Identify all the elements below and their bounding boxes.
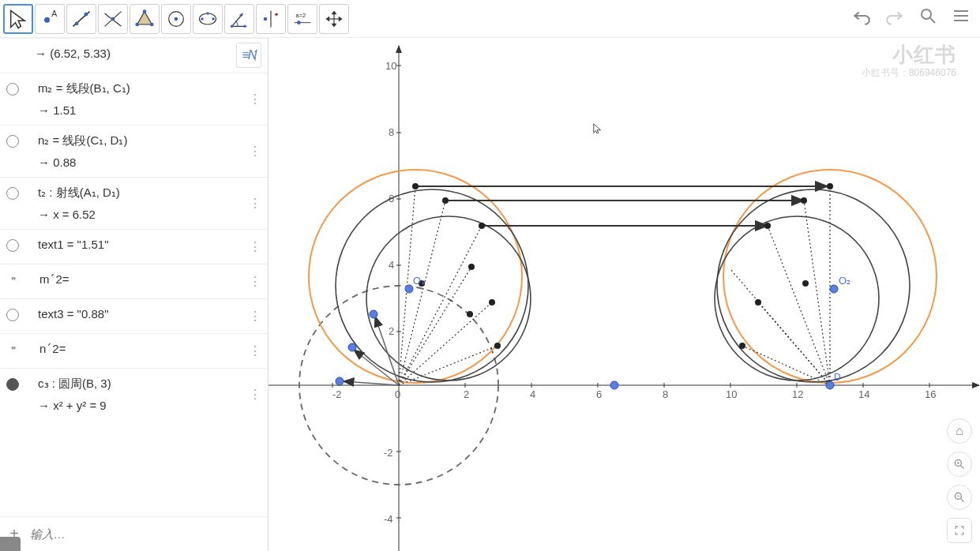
point-tool[interactable]: A bbox=[35, 4, 65, 34]
perpendicular-tool[interactable] bbox=[98, 4, 128, 34]
item-text3[interactable]: text3 = "0.88" ⋮ bbox=[0, 298, 268, 333]
transform-tool[interactable] bbox=[256, 4, 286, 34]
menu-icon[interactable] bbox=[950, 5, 972, 27]
svg-line-78 bbox=[399, 226, 482, 385]
svg-point-13 bbox=[175, 17, 178, 21]
item-menu-icon[interactable]: ⋮ bbox=[249, 98, 261, 101]
undo-icon[interactable] bbox=[850, 5, 873, 27]
svg-point-94 bbox=[827, 183, 833, 189]
svg-text:10: 10 bbox=[726, 388, 737, 400]
item-label: text3 = "0.88" bbox=[38, 304, 108, 324]
svg-point-72 bbox=[715, 216, 879, 380]
svg-point-23 bbox=[275, 13, 278, 16]
fullscreen-button[interactable] bbox=[947, 518, 972, 543]
item-menu-icon[interactable]: ⋮ bbox=[249, 393, 261, 396]
visibility-toggle[interactable] bbox=[6, 309, 19, 321]
slider-tool[interactable]: a=2 bbox=[287, 4, 317, 34]
polygon-tool[interactable] bbox=[130, 4, 160, 34]
circle-tool[interactable] bbox=[161, 4, 191, 34]
svg-text:O₂: O₂ bbox=[839, 275, 850, 287]
item-label: → (6.52, 5.33) bbox=[35, 47, 111, 60]
visibility-toggle[interactable] bbox=[6, 378, 19, 391]
input-row: + bbox=[0, 516, 268, 551]
svg-line-84 bbox=[768, 226, 830, 385]
item-t2[interactable]: t₂ : 射线(A₁, D₁) → x = 6.52 ⋮ bbox=[0, 177, 268, 229]
item-text1[interactable]: text1 = "1.51" ⋮ bbox=[0, 229, 268, 264]
slider-point[interactable] bbox=[610, 381, 618, 389]
visibility-toggle[interactable] bbox=[6, 83, 19, 96]
svg-point-29 bbox=[922, 9, 931, 19]
svg-text:O₁: O₁ bbox=[413, 275, 425, 287]
item-mprime2[interactable]: ❞ mˊ2= ⋮ bbox=[0, 264, 268, 298]
conic-tool[interactable] bbox=[193, 4, 223, 34]
home-button[interactable]: ⌂ bbox=[947, 418, 972, 444]
item-coords[interactable]: → (6.52, 5.33) ⋮ bbox=[0, 38, 268, 73]
toolbar-right bbox=[850, 5, 972, 27]
zoom-in-button[interactable] bbox=[947, 452, 972, 477]
item-c3[interactable]: c₃ : 圆周(B, 3) → x² + y² = 9 ⋮ bbox=[0, 368, 268, 420]
svg-point-11 bbox=[135, 22, 139, 26]
svg-text:0: 0 bbox=[395, 388, 400, 400]
svg-text:8: 8 bbox=[663, 388, 668, 400]
svg-text:-4: -4 bbox=[384, 513, 393, 525]
item-menu-icon[interactable]: ⋮ bbox=[249, 202, 261, 205]
algebra-list[interactable]: → (6.52, 5.33) ⋮ m₂ = 线段(B₁, C₁) → 1.51 … bbox=[0, 38, 268, 516]
item-value: → x = 6.52 bbox=[38, 204, 120, 225]
text-marker-icon[interactable]: ❞ bbox=[6, 343, 21, 358]
svg-point-0 bbox=[44, 17, 50, 22]
view-controls: ⌂ bbox=[947, 418, 972, 543]
item-menu-icon[interactable]: ⋮ bbox=[249, 350, 261, 353]
svg-point-104 bbox=[739, 343, 745, 349]
item-nprime2[interactable]: ❞ nˊ2= ⋮ bbox=[0, 333, 268, 368]
svg-point-20 bbox=[240, 13, 243, 16]
main: ≡N → (6.52, 5.33) ⋮ m₂ = 线段(B₁, C₁) → 1.… bbox=[0, 38, 980, 551]
item-value: → x² + y² = 9 bbox=[38, 395, 111, 416]
item-label: text1 = "1.51" bbox=[38, 234, 108, 255]
toolbar: A a=2 bbox=[0, 0, 980, 38]
svg-text:8: 8 bbox=[389, 126, 394, 138]
move-view-tool[interactable] bbox=[319, 4, 349, 34]
visibility-toggle[interactable] bbox=[6, 187, 19, 200]
item-label: mˊ2= bbox=[39, 269, 69, 290]
angle-tool[interactable] bbox=[224, 4, 254, 34]
move-tool[interactable] bbox=[3, 4, 33, 34]
search-icon[interactable] bbox=[917, 5, 939, 27]
svg-text:12: 12 bbox=[792, 388, 803, 400]
item-n2[interactable]: n₂ = 线段(C₁, D₁) → 0.88 ⋮ bbox=[0, 125, 268, 177]
svg-point-95 bbox=[801, 197, 807, 204]
redo-icon[interactable] bbox=[884, 5, 906, 27]
item-value: → 1.51 bbox=[38, 100, 130, 121]
svg-point-99 bbox=[467, 311, 473, 317]
text-marker-icon[interactable]: ❞ bbox=[6, 274, 21, 288]
visibility-toggle[interactable] bbox=[6, 135, 19, 148]
svg-text:D: D bbox=[834, 372, 841, 383]
graphics-view[interactable]: 小红书 小红书号：806946076 -2 0 2 4 6 8 10 12 bbox=[268, 38, 980, 551]
keyboard-toggle[interactable] bbox=[0, 537, 21, 551]
item-menu-icon[interactable]: ⋮ bbox=[249, 246, 261, 249]
algebra-input[interactable] bbox=[30, 527, 261, 541]
svg-point-19 bbox=[243, 24, 246, 28]
item-label: n₂ = 线段(C₁, D₁) bbox=[38, 130, 127, 151]
svg-point-7 bbox=[111, 17, 115, 21]
zoom-out-button[interactable] bbox=[947, 485, 972, 510]
item-m2[interactable]: m₂ = 线段(B₁, C₁) → 1.51 ⋮ bbox=[0, 73, 268, 125]
svg-point-96 bbox=[764, 223, 771, 229]
item-menu-icon[interactable]: ⋮ bbox=[249, 315, 261, 318]
line-tool[interactable] bbox=[66, 4, 96, 34]
svg-text:a=2: a=2 bbox=[296, 12, 306, 19]
algebra-panel: ≡N → (6.52, 5.33) ⋮ m₂ = 线段(B₁, C₁) → 1.… bbox=[0, 38, 268, 551]
item-label: m₂ = 线段(B₁, C₁) bbox=[38, 78, 130, 99]
visibility-toggle[interactable] bbox=[6, 239, 19, 252]
graphics-canvas[interactable]: -2 0 2 4 6 8 10 12 14 16 10 8 6 4 2 -2 -… bbox=[268, 38, 979, 551]
item-menu-icon[interactable]: ⋮ bbox=[249, 54, 261, 58]
svg-point-9 bbox=[143, 9, 147, 13]
svg-point-109 bbox=[826, 381, 834, 389]
svg-text:10: 10 bbox=[385, 60, 396, 72]
item-menu-icon[interactable]: ⋮ bbox=[249, 280, 261, 283]
svg-point-91 bbox=[412, 183, 419, 189]
item-value: → 0.88 bbox=[38, 152, 127, 173]
circle-orange-right[interactable] bbox=[723, 170, 937, 383]
item-menu-icon[interactable]: ⋮ bbox=[249, 150, 261, 153]
svg-text:4: 4 bbox=[389, 259, 394, 271]
svg-line-86 bbox=[758, 302, 830, 385]
